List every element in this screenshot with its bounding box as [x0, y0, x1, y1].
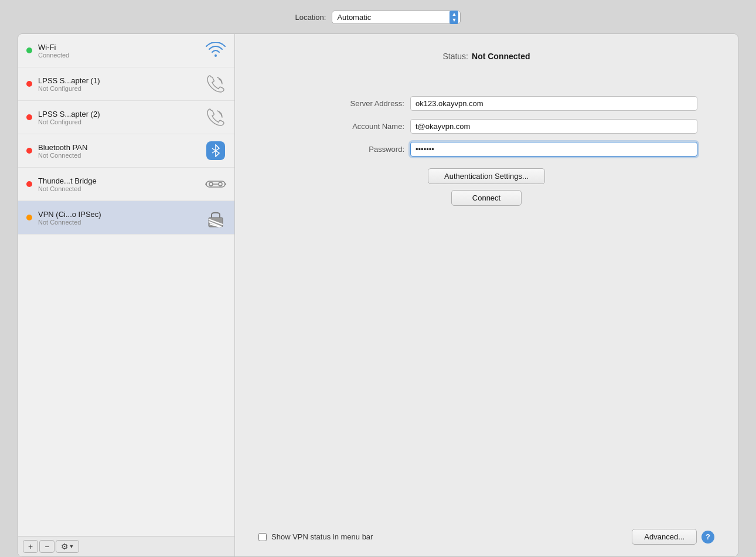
sidebar-item-vpn-name: VPN (Ci...o IPSec): [38, 210, 199, 219]
sidebar-item-lpss2-text: LPSS S...apter (2) Not Configured: [38, 110, 199, 125]
status-dot-lpss1: [26, 81, 32, 87]
status-dot-vpn: [26, 215, 32, 220]
sidebar-item-wifi[interactable]: Wi-Fi Connected: [18, 34, 234, 67]
sidebar-item-bluetooth[interactable]: Bluetooth PAN Not Connected: [18, 134, 234, 168]
wifi-icon: [205, 40, 226, 61]
status-row: Status: Not Connected: [258, 52, 714, 61]
sidebar-item-bluetooth-text: Bluetooth PAN Not Connected: [38, 143, 199, 159]
svg-point-3: [219, 182, 222, 186]
sidebar-item-wifi-text: Wi-Fi Connected: [38, 43, 199, 59]
status-dot-wifi: [26, 47, 32, 53]
sidebar-item-vpn-status: Not Connected: [38, 219, 199, 226]
sidebar-item-lpss2[interactable]: LPSS S...apter (2) Not Configured: [18, 101, 234, 134]
status-dot-thunderbolt: [26, 181, 32, 187]
sidebar-item-lpss2-name: LPSS S...apter (2): [38, 110, 199, 118]
bluetooth-icon: [205, 140, 226, 161]
sidebar-item-thunderbolt[interactable]: Thunde...t Bridge Not Connected: [18, 168, 234, 201]
password-input[interactable]: [410, 142, 697, 157]
main-content: Wi-Fi Connected LPSS S...a: [18, 33, 738, 557]
account-name-row: Account Name:: [275, 119, 697, 134]
gear-button[interactable]: ⚙ ▼: [56, 540, 79, 553]
sidebar-item-lpss1-text: LPSS S...apter (1) Not Configured: [38, 76, 199, 92]
svg-point-0: [214, 55, 217, 57]
status-label: Status:: [442, 52, 468, 61]
password-label: Password:: [316, 145, 404, 154]
sidebar-item-vpn-text: VPN (Ci...o IPSec) Not Connected: [38, 210, 199, 226]
phone2-icon: [205, 107, 226, 128]
show-vpn-checkbox-row: Show VPN status in menu bar: [258, 532, 373, 541]
sidebar-item-bluetooth-name: Bluetooth PAN: [38, 143, 199, 152]
sidebar-toolbar: + − ⚙ ▼: [18, 536, 234, 556]
sidebar-item-lpss2-status: Not Configured: [38, 118, 199, 125]
status-dot-bluetooth: [26, 148, 32, 154]
sidebar-item-thunderbolt-name: Thunde...t Bridge: [38, 176, 199, 185]
status-dot-lpss2: [26, 114, 32, 120]
gear-dropdown-arrow: ▼: [69, 544, 74, 549]
remove-button[interactable]: −: [39, 540, 55, 553]
location-select[interactable]: Automatic: [332, 11, 461, 24]
connect-button[interactable]: Connect: [451, 190, 522, 206]
thunderbolt-icon: [205, 174, 226, 195]
account-name-input[interactable]: [410, 119, 697, 134]
location-select-wrapper: Automatic ▲ ▼: [332, 11, 461, 24]
status-value: Not Connected: [472, 52, 530, 61]
account-name-label: Account Name:: [316, 122, 404, 131]
advanced-button[interactable]: Advanced...: [632, 529, 697, 545]
vpn-lock-icon: [205, 207, 226, 228]
sidebar-item-bluetooth-status: Not Connected: [38, 152, 199, 159]
sidebar-item-wifi-status: Connected: [38, 52, 199, 59]
right-panel: Status: Not Connected Server Address: Ac…: [235, 34, 738, 556]
sidebar: Wi-Fi Connected LPSS S...a: [18, 34, 235, 556]
server-address-input[interactable]: [410, 96, 697, 111]
phone1-icon: [205, 73, 226, 94]
location-label: Location:: [295, 13, 326, 22]
sidebar-item-lpss1-name: LPSS S...apter (1): [38, 76, 199, 85]
sidebar-item-thunderbolt-text: Thunde...t Bridge Not Connected: [38, 176, 199, 192]
top-bar: Location: Automatic ▲ ▼: [0, 0, 756, 33]
sidebar-list: Wi-Fi Connected LPSS S...a: [18, 34, 234, 536]
password-row: Password:: [275, 142, 697, 157]
server-address-label: Server Address:: [316, 99, 404, 108]
bottom-row: Show VPN status in menu bar Advanced... …: [258, 529, 714, 545]
add-button[interactable]: +: [23, 540, 38, 553]
help-button[interactable]: ?: [701, 531, 714, 544]
sidebar-item-lpss1[interactable]: LPSS S...apter (1) Not Configured: [18, 67, 234, 101]
sidebar-item-wifi-name: Wi-Fi: [38, 43, 199, 52]
auth-settings-button[interactable]: Authentication Settings...: [428, 168, 545, 184]
server-address-row: Server Address:: [275, 96, 697, 111]
sidebar-item-vpn[interactable]: VPN (Ci...o IPSec) Not Connected: [18, 201, 234, 235]
buttons-row: Authentication Settings... Connect: [258, 168, 714, 206]
sidebar-item-lpss1-status: Not Configured: [38, 85, 199, 92]
bottom-right-buttons: Advanced... ?: [632, 529, 714, 545]
show-vpn-label[interactable]: Show VPN status in menu bar: [271, 532, 373, 541]
show-vpn-checkbox[interactable]: [258, 533, 267, 541]
form-section: Server Address: Account Name: Password:: [258, 96, 714, 157]
sidebar-item-thunderbolt-status: Not Connected: [38, 185, 199, 192]
svg-point-2: [209, 182, 213, 186]
gear-icon: ⚙: [61, 542, 69, 551]
